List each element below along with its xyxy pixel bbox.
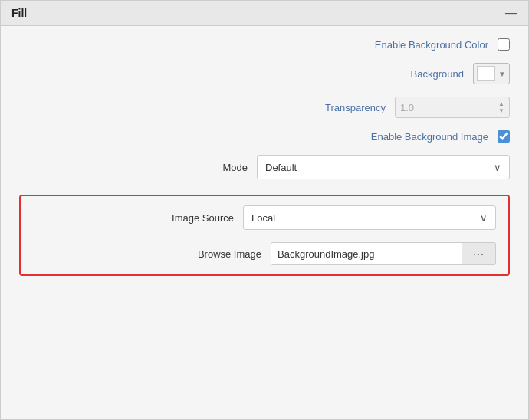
browse-image-value: BackgroundImage.jpg xyxy=(278,248,374,260)
fill-panel: Fill — Enable Background Color Backgroun… xyxy=(0,0,529,420)
background-color-picker[interactable]: ▼ xyxy=(473,63,510,84)
image-source-dropdown-arrow: ∨ xyxy=(480,212,488,224)
panel-title: Fill xyxy=(12,7,27,19)
browse-image-row: Browse Image BackgroundImage.jpg ··· xyxy=(33,242,496,265)
color-dropdown-arrow: ▼ xyxy=(498,70,506,78)
background-label: Background xyxy=(326,68,464,80)
enable-bg-image-checkbox[interactable] xyxy=(498,130,510,143)
panel-body: Enable Background Color Background ▼ Tra… xyxy=(1,26,528,419)
panel-header: Fill — xyxy=(1,1,528,26)
image-source-row: Image Source Local ∨ xyxy=(33,205,496,230)
mode-row: Mode Default ∨ xyxy=(19,155,510,179)
transparency-value: 1.0 xyxy=(400,102,414,113)
image-source-select[interactable]: Local ∨ xyxy=(243,205,496,230)
image-source-section: Image Source Local ∨ Browse Image Backgr… xyxy=(19,195,510,276)
spinbox-arrows: ▲ ▼ xyxy=(498,101,504,114)
image-source-label: Image Source xyxy=(96,212,234,224)
background-row: Background ▼ xyxy=(19,63,510,84)
enable-bg-color-row: Enable Background Color xyxy=(19,38,510,51)
browse-image-label: Browse Image xyxy=(123,248,261,260)
mode-dropdown-arrow: ∨ xyxy=(494,162,501,173)
mode-select[interactable]: Default ∨ xyxy=(257,155,510,179)
browse-image-field-group: BackgroundImage.jpg ··· xyxy=(271,242,496,265)
minimize-button[interactable]: — xyxy=(505,7,518,19)
browse-image-input[interactable]: BackgroundImage.jpg xyxy=(271,242,462,265)
color-swatch xyxy=(477,66,495,81)
spinbox-up-arrow: ▲ xyxy=(498,101,504,107)
transparency-label: Transparency xyxy=(248,102,386,113)
enable-bg-color-checkbox[interactable] xyxy=(498,38,510,51)
enable-bg-image-label: Enable Background Image xyxy=(350,131,488,143)
browse-button[interactable]: ··· xyxy=(462,242,496,265)
transparency-spinbox[interactable]: 1.0 ▲ ▼ xyxy=(395,97,510,118)
mode-value: Default xyxy=(265,162,297,173)
spinbox-down-arrow: ▼ xyxy=(498,108,504,114)
enable-bg-color-label: Enable Background Color xyxy=(350,39,488,51)
transparency-row: Transparency 1.0 ▲ ▼ xyxy=(19,97,510,118)
enable-bg-image-row: Enable Background Image xyxy=(19,130,510,143)
mode-label: Mode xyxy=(110,162,248,173)
image-source-value: Local xyxy=(251,212,275,224)
